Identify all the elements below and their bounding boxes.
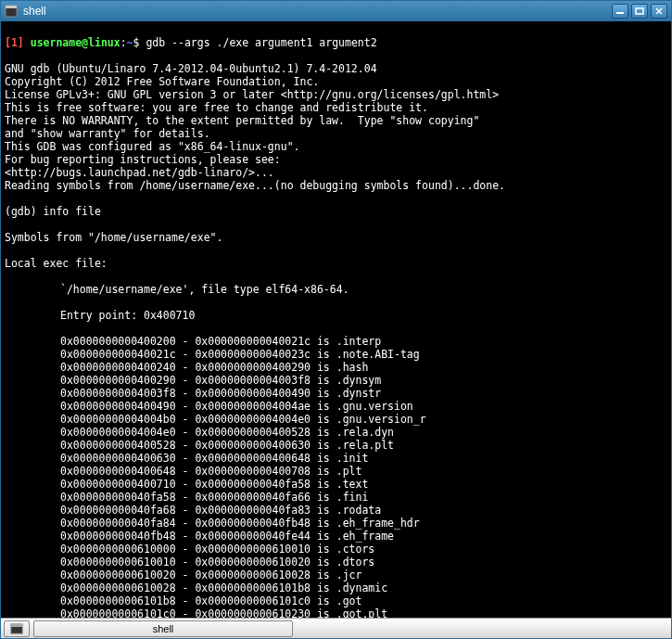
section-line: 0x000000000040fa58 - 0x000000000040fa66 …: [5, 491, 667, 504]
section-line: 0x0000000000610010 - 0x0000000000610020 …: [5, 556, 667, 569]
maximize-button[interactable]: [631, 4, 648, 19]
section-line: 0x0000000000400630 - 0x0000000000400648 …: [5, 452, 667, 465]
section-line: 0x0000000000610028 - 0x00000000006101b8 …: [5, 581, 667, 594]
svg-rect-1: [6, 6, 17, 8]
output-line: <http://bugs.launchpad.net/gdb-linaro/>.…: [5, 166, 667, 179]
section-line: 0x000000000040021c - 0x000000000040023c …: [5, 348, 667, 361]
section-line: 0x0000000000400528 - 0x0000000000400630 …: [5, 439, 667, 452]
output-line: Copyright (C) 2012 Free Software Foundat…: [5, 75, 667, 88]
section-line: 0x0000000000400290 - 0x00000000004003f8 …: [5, 374, 667, 387]
section-line: 0x0000000000400648 - 0x0000000000400708 …: [5, 465, 667, 478]
section-line: 0x0000000000400490 - 0x00000000004004ae …: [5, 400, 667, 413]
output-line: and "show warranty" for details.: [5, 127, 667, 140]
section-line: 0x000000000040fa68 - 0x000000000040fa83 …: [5, 504, 667, 517]
close-button[interactable]: [651, 4, 667, 19]
entry-point-line: Entry point: 0x400710: [5, 309, 667, 322]
taskbar-show-desktop[interactable]: [4, 620, 30, 637]
window-title: shell: [23, 5, 609, 18]
output-line: Reading symbols from /home/username/exe.…: [5, 179, 667, 192]
output-line: For bug reporting instructions, please s…: [5, 153, 667, 166]
local-exec-line: Local exec file:: [5, 257, 667, 270]
titlebar[interactable]: shell: [1, 1, 671, 21]
symbols-line: Symbols from "/home/username/exe".: [5, 231, 667, 244]
section-line: 0x00000000006101b8 - 0x00000000006101c0 …: [5, 594, 667, 607]
section-line: 0x0000000000610020 - 0x0000000000610028 …: [5, 569, 667, 581]
section-line: 0x0000000000400240 - 0x0000000000400290 …: [5, 361, 667, 374]
taskbar-task-shell[interactable]: shell: [33, 620, 293, 637]
section-line: 0x0000000000400710 - 0x000000000040fa58 …: [5, 478, 667, 491]
prompt-line: [1] username@linux:~$ gdb --args ./exe a…: [5, 36, 667, 49]
output-line: GNU gdb (Ubuntu/Linaro 7.4-2012.04-0ubun…: [5, 62, 667, 75]
prompt-user-host: username@linux: [31, 36, 120, 49]
section-line: 0x00000000004003f8 - 0x0000000000400490 …: [5, 387, 667, 400]
output-line: This is free software: you are free to c…: [5, 101, 667, 114]
output-line: There is NO WARRANTY, to the extent perm…: [5, 114, 667, 127]
taskbar-task-label: shell: [153, 623, 174, 634]
prompt-path: ~: [127, 36, 133, 49]
output-line: License GPLv3+: GNU GPL version 3 or lat…: [5, 88, 667, 101]
section-line: 0x00000000004004e0 - 0x0000000000400528 …: [5, 426, 667, 439]
section-line: 0x00000000006101c0 - 0x0000000000610230 …: [5, 607, 667, 618]
taskbar: shell: [1, 618, 671, 638]
prompt-index: [1]: [5, 36, 24, 49]
terminal-body[interactable]: [1] username@linux:~$ gdb --args ./exe a…: [1, 21, 671, 618]
gdb-command-line: (gdb) info file: [5, 205, 667, 218]
section-line: 0x0000000000400200 - 0x000000000040021c …: [5, 335, 667, 348]
terminal-window: shell [1] username@linux:~$ gdb --args .…: [0, 0, 672, 639]
file-type-line: `/home/username/exe', file type elf64-x8…: [5, 283, 667, 296]
section-line: 0x000000000040fb48 - 0x000000000040fe44 …: [5, 530, 667, 543]
section-line: 0x000000000040fa84 - 0x000000000040fb48 …: [5, 517, 667, 530]
command-text: gdb --args ./exe argument1 argument2: [146, 36, 376, 49]
section-line: 0x0000000000610000 - 0x0000000000610010 …: [5, 543, 667, 556]
output-line: This GDB was configured as "x86_64-linux…: [5, 140, 667, 153]
section-line: 0x00000000004004b0 - 0x00000000004004e0 …: [5, 413, 667, 426]
terminal-icon: [5, 5, 18, 18]
svg-rect-7: [11, 624, 22, 627]
svg-rect-3: [636, 8, 643, 14]
minimize-button[interactable]: [612, 4, 628, 19]
